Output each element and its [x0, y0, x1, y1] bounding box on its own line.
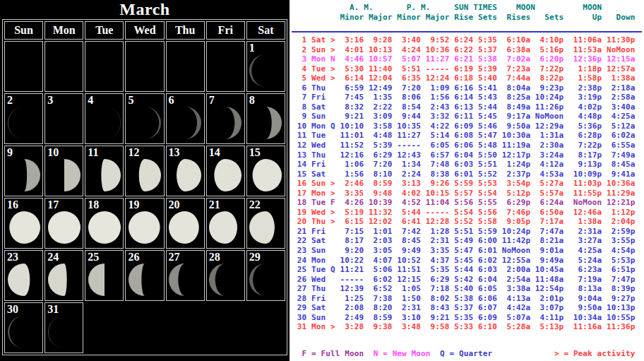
legend-item-quarter: Q = Quarter — [440, 349, 492, 358]
calendar-day-cell-7: 7 — [206, 93, 245, 144]
table-row-day-3: 3 Mon N 4:46 10:57 5:07 11:27 6:21 5:38 … — [292, 54, 644, 64]
moon-phase-icon — [208, 210, 243, 245]
table-row-day-13: 13 Thu 12:16 6:29 12:43 6:57 6:04 5:50 1… — [292, 150, 644, 160]
calendar-day-cell-15: 15 — [246, 146, 285, 196]
calendar-blank-area — [125, 302, 164, 352]
calendar-empty-cell — [206, 41, 245, 92]
table-row-day-1: 1 Sat > 3:16 9:28 3:40 9:52 6:24 5:35 6:… — [292, 35, 644, 45]
calendar-empty-cell — [125, 41, 164, 92]
moon-phase-icon — [248, 262, 283, 297]
calendar-day-cell-25: 25 — [85, 250, 124, 301]
moon-phase-icon — [87, 105, 122, 141]
calendar-weekday-header: SunMonTueWedThuFriSat — [4, 21, 285, 40]
moon-phase-icon — [87, 158, 122, 193]
moon-phase-icon — [127, 158, 162, 193]
table-row-day-22: 22 Sat 8:17 2:03 8:45 2:31 5:49 6:00 11:… — [292, 236, 644, 246]
table-row-day-2: 2 Sun > 4:01 10:13 4:24 10:36 6:22 5:37 … — [292, 45, 644, 55]
moon-phase-icon — [248, 210, 283, 245]
moon-phase-icon — [208, 105, 243, 141]
table-row-day-29: 29 Sat 2:08 8:20 2:31 8:43 5:37 6:07 4:4… — [292, 303, 644, 313]
calendar-day-cell-23: 23 — [4, 250, 43, 301]
calendar-day-cell-17: 17 — [44, 198, 83, 249]
moon-phase-icon — [127, 262, 162, 297]
table-row-day-31: 31 Mon > 3:28 9:38 3:48 9:58 5:33 6:10 5… — [292, 322, 644, 332]
calendar-day-cell-29: 29 — [246, 250, 285, 301]
table-row-day-28: 28 Fri 1:25 7:38 1:50 8:02 5:38 6:06 4:1… — [292, 294, 644, 304]
calendar-day-cell-28: 28 — [206, 250, 245, 301]
moon-phase-icon — [167, 210, 203, 245]
table-row-day-7: 7 Fri 7:45 1:35 8:06 1:56 6:14 5:43 8:25… — [292, 93, 644, 102]
moon-phase-icon — [87, 262, 122, 297]
calendar-day-cell-22: 22 — [246, 198, 285, 249]
table-row-day-10: 10 Mon Q 10:10 3:58 10:35 4:22 6:09 5:46… — [292, 122, 644, 131]
calendar-day-cell-5: 5 — [125, 93, 164, 144]
day-header-fri: Fri — [206, 21, 245, 40]
calendar-day-cell-24: 24 — [44, 250, 83, 301]
table-row-day-12: 12 Wed 11:52 5:39 ----- 6:05 6:06 5:48 1… — [292, 141, 644, 150]
calendar-day-cell-9: 9 — [4, 146, 43, 196]
calendar-day-cell-26: 26 — [125, 250, 164, 301]
table-row-day-8: 8 Sat 8:32 2:22 8:54 2:43 6:13 5:44 8:49… — [292, 102, 644, 112]
moon-phase-icon — [47, 210, 82, 245]
calendar-day-cell-14: 14 — [206, 146, 245, 196]
table-row-day-14: 14 Fri 1:06 7:20 1:34 7:48 6:03 5:51 1:2… — [292, 160, 644, 170]
table-header-columns: Minor Major Minor Major Rise Sets Rises … — [290, 13, 644, 23]
legend: F = Full Moon N = New Moon Q = Quarter >… — [292, 349, 636, 358]
calendar-day-cell-27: 27 — [166, 250, 205, 301]
table-row-day-16: 16 Sun > 2:46 8:59 3:13 9:26 5:59 5:53 3… — [292, 179, 644, 189]
table-row-day-5: 5 Wed > 6:14 12:04 6:35 12:24 6:18 5:40 … — [292, 73, 644, 83]
calendar-day-cell-10: 10 — [44, 146, 83, 196]
moon-phase-icon — [47, 314, 82, 350]
day-header-wed: Wed — [125, 21, 164, 40]
moon-phase-icon — [6, 158, 42, 193]
calendar-day-cell-31: 31 — [44, 302, 83, 353]
calendar-empty-cell — [85, 41, 124, 92]
legend-item-full-moon: F = Full Moon — [302, 349, 364, 358]
header-divider-line — [292, 31, 642, 32]
calendar-day-cell-21: 21 — [206, 198, 245, 249]
day-number: 3 — [47, 94, 53, 107]
table-row-day-9: 9 Sun 9:21 3:09 9:44 3:32 6:11 5:45 9:17… — [292, 112, 644, 122]
day-header-mon: Mon — [44, 21, 83, 40]
calendar-days: 1234567891011121314151617181920212223242… — [4, 41, 285, 353]
moon-phase-icon — [6, 262, 42, 297]
calendar-day-cell-18: 18 — [85, 198, 124, 249]
calendar-empty-cell — [4, 41, 43, 92]
calendar-day-cell-4: 4 — [85, 93, 124, 144]
calendar-day-cell-8: 8 — [246, 93, 285, 144]
calendar-blank-area — [85, 302, 124, 352]
lunar-calendar-page: March SunMonTueWedThuFriSat 123456789101… — [0, 0, 644, 361]
table-rows: 1 Sat > 3:16 9:28 3:40 9:52 6:24 5:35 6:… — [290, 35, 644, 332]
calendar-day-cell-20: 20 — [166, 198, 205, 249]
table-row-day-17: 17 Mon > 3:35 9:48 4:02 10:15 5:57 5:54 … — [292, 189, 644, 199]
table-row-day-6: 6 Thu 6:59 12:49 7:20 1:09 6:16 5:41 8:0… — [292, 83, 644, 93]
day-header-tue: Tue — [85, 21, 124, 40]
calendar-title: March — [0, 0, 290, 19]
moon-phase-icon — [248, 53, 283, 88]
moon-phase-icon — [127, 210, 162, 245]
solunar-table-panel: A. M. P. M. SUN TIMES MOON MOON Minor Ma… — [290, 0, 644, 361]
calendar-day-cell-19: 19 — [125, 198, 164, 249]
table-row-day-18: 18 Tue F 4:26 10:39 4:52 11:04 5:56 5:55… — [292, 198, 644, 208]
table-row-day-4: 4 Tue > 5:30 11:40 5:51 ----- 6:19 5:39 … — [292, 64, 644, 74]
moon-phase-icon — [248, 105, 283, 141]
calendar-day-cell-6: 6 — [166, 93, 205, 144]
day-header-sat: Sat — [246, 21, 285, 40]
table-row-day-26: 26 Wed ----- 6:02 12:15 6:29 5:42 6:04 2… — [292, 275, 644, 285]
calendar-blank-area — [166, 302, 205, 352]
moon-phase-icon — [47, 262, 82, 297]
moon-phase-icon — [6, 314, 42, 350]
table-row-day-30: 30 Sun 2:49 8:59 3:10 9:21 5:35 6:09 5:0… — [292, 313, 644, 323]
moon-phase-icon — [6, 210, 42, 245]
table-row-day-24: 24 Mon 10:22 4:07 10:52 4:37 5:45 6:02 1… — [292, 256, 644, 266]
table-row-day-23: 23 Sun 9:20 3:05 9:49 3:35 5:47 6:01 NoM… — [292, 246, 644, 256]
calendar-empty-cell — [44, 41, 83, 92]
table-row-day-11: 11 Tue 11:01 4:48 11:27 5:14 6:08 5:47 1… — [292, 131, 644, 141]
day-header-sun: Sun — [4, 21, 43, 40]
table-header-groups: A. M. P. M. SUN TIMES MOON MOON — [290, 0, 644, 13]
moon-phase-icon — [208, 158, 243, 193]
moon-phase-icon — [87, 210, 122, 245]
calendar-day-cell-30: 30 — [4, 302, 43, 353]
table-row-day-15: 15 Sat 1:56 8:10 2:24 8:38 6:01 5:52 2:3… — [292, 170, 644, 179]
moon-phase-icon — [167, 158, 203, 193]
